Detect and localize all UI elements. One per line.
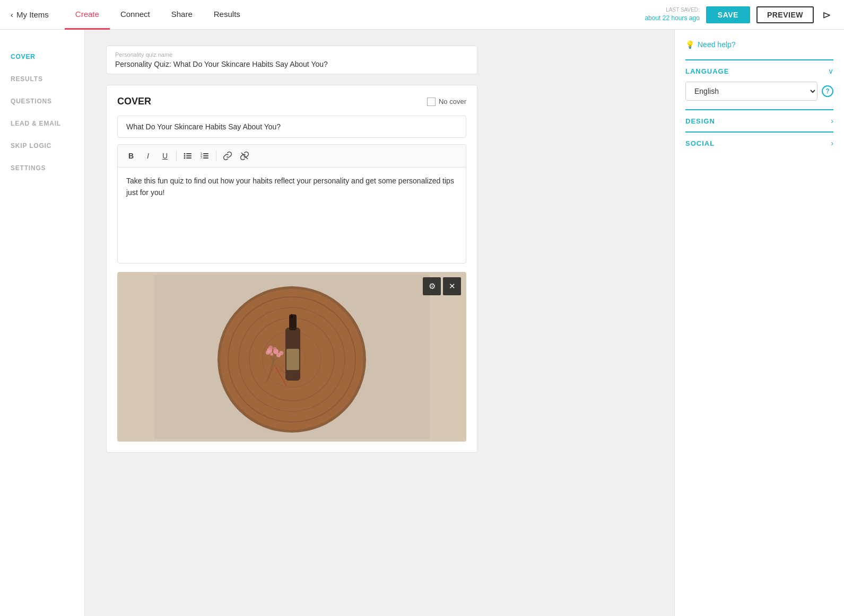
quiz-title-input[interactable] [117,116,466,138]
svg-rect-11 [203,157,208,159]
last-saved-time: about 22 hours ago [645,14,699,23]
last-saved-label: LAST SAVED: [645,6,699,14]
tab-share[interactable]: Share [161,0,203,30]
tab-create[interactable]: Create [65,0,110,30]
sidebar-item-cover[interactable]: COVER [0,46,84,68]
toolbar-divider-2 [216,151,216,161]
svg-point-32 [268,346,273,350]
my-items-label: My Items [16,10,49,19]
right-panel: 💡 Need help? LANGUAGE ∨ English Spanish … [674,30,844,616]
sidebar-item-skip-logic[interactable]: SKIP LOGIC [0,135,84,157]
underline-button[interactable]: U [157,148,173,164]
cover-image: ⚙ ✕ [117,272,466,442]
toolbar-divider-1 [176,151,177,161]
social-section-header[interactable]: SOCIAL › [685,139,833,154]
svg-point-4 [184,157,186,159]
image-settings-button[interactable]: ⚙ [423,277,441,295]
need-help-label: Need help? [698,40,736,49]
back-chevron-icon: ‹ [11,10,13,19]
no-cover-label[interactable]: No cover [427,98,466,106]
main-layout: COVER RESULTS QUESTIONS LEAD & EMAIL SKI… [0,30,844,616]
svg-point-35 [273,347,277,351]
preview-button[interactable]: PREVIEW [756,6,814,23]
svg-rect-1 [186,153,192,154]
save-button[interactable]: SAVE [706,6,750,23]
svg-point-0 [184,153,186,155]
top-nav: ‹ My Items Create Connect Share Results … [0,0,844,30]
language-dropdown-row: English Spanish French German Italian Po… [685,82,833,109]
design-chevron-icon: › [831,117,833,125]
social-section-title: SOCIAL [685,139,715,147]
svg-text:3.: 3. [201,156,203,159]
design-section-title: DESIGN [685,117,715,125]
svg-rect-23 [286,349,299,370]
my-items-link[interactable]: ‹ My Items [11,10,49,19]
quiz-name-label: Personality quiz name [115,51,468,58]
tab-connect[interactable]: Connect [110,0,161,30]
need-help-link[interactable]: 💡 Need help? [685,40,833,49]
image-overlay-controls: ⚙ ✕ [423,277,461,295]
last-saved: LAST SAVED: about 22 hours ago [645,6,699,23]
editor-body[interactable]: Take this fun quiz to find out how your … [118,168,466,263]
unlink-button[interactable] [237,148,253,164]
center-content: Personality quiz name Personality Quiz: … [85,30,674,616]
svg-rect-9 [203,155,208,156]
ordered-list-button[interactable]: 1. 2. 3. [197,148,213,164]
link-button[interactable] [220,148,236,164]
nav-tabs: Create Connect Share Results [65,0,251,30]
sidebar-item-lead-email[interactable]: LEAD & EMAIL [0,112,84,135]
cover-header: COVER No cover [117,96,466,107]
quiz-name-value: Personality Quiz: What Do Your Skincare … [115,60,468,68]
language-help-icon[interactable]: ? [822,85,833,97]
sidebar-item-questions[interactable]: QUESTIONS [0,90,84,112]
cover-section-title: COVER [117,96,151,107]
svg-point-31 [266,350,270,355]
image-remove-button[interactable]: ✕ [443,277,461,295]
cover-image-placeholder [117,272,466,442]
svg-point-36 [279,351,283,355]
language-section: LANGUAGE ∨ English Spanish French German… [685,59,833,109]
svg-rect-3 [186,155,192,156]
svg-point-37 [270,353,273,356]
svg-rect-7 [203,153,208,154]
italic-button[interactable]: I [140,148,156,164]
svg-point-2 [184,155,186,157]
quiz-name-wrapper: Personality quiz name Personality Quiz: … [106,46,477,74]
cover-section: COVER No cover B I U [106,85,477,453]
language-section-title: LANGUAGE [685,67,729,75]
bold-button[interactable]: B [123,148,139,164]
nav-right: LAST SAVED: about 22 hours ago SAVE PREV… [645,6,833,23]
sidebar-item-settings[interactable]: SETTINGS [0,157,84,179]
svg-rect-5 [186,157,192,159]
language-chevron-icon: ∨ [828,67,833,75]
text-editor: B I U 1. [117,144,466,263]
sidebar-item-results[interactable]: RESULTS [0,68,84,90]
social-section: SOCIAL › [685,131,833,154]
design-section-header[interactable]: DESIGN › [685,117,833,131]
no-cover-checkbox[interactable] [427,98,436,106]
bullet-list-button[interactable] [180,148,196,164]
tab-results[interactable]: Results [203,0,251,30]
social-chevron-icon: › [831,139,833,147]
design-section: DESIGN › [685,109,833,131]
language-select[interactable]: English Spanish French German Italian Po… [685,82,817,101]
sidebar: COVER RESULTS QUESTIONS LEAD & EMAIL SKI… [0,30,85,616]
language-section-header[interactable]: LANGUAGE ∨ [685,67,833,82]
bulb-icon: 💡 [685,40,694,49]
editor-toolbar: B I U 1. [118,145,466,168]
share-icon-button[interactable]: ⊳ [820,6,833,23]
svg-line-12 [241,153,248,159]
